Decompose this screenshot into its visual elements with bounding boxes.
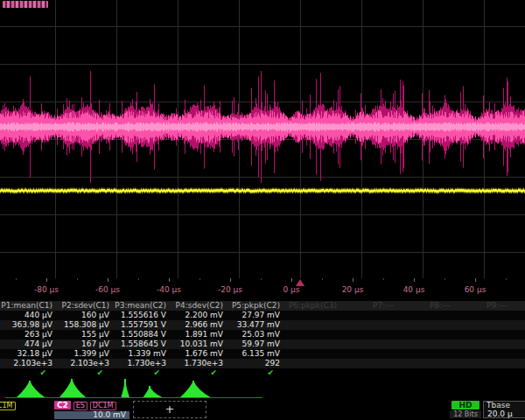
time-axis-label: 40 µs [383,285,444,294]
waveform-grid[interactable] [0,0,525,278]
measure-value-cell: 1.555616 V [114,311,171,320]
measure-min-cell: 263 µV [0,330,57,340]
timebase-value: 20.0 µ [484,410,525,418]
channel-c1-descriptor[interactable]: C1 DC1M 0 mV [0,401,51,418]
measure-max-cell [398,340,455,349]
measure-header[interactable]: P5:pkpk(C2) [228,301,284,311]
measure-num-cell: 1.730e+3 [171,359,228,368]
measure-value-cell: 27.97 mV [228,311,284,320]
channel-c2-descriptor[interactable]: C2 ES DC1M 10.0 mV [54,401,130,418]
add-trace-button[interactable]: + [133,401,206,418]
waveform-canvas[interactable] [0,0,525,278]
time-axis-label: 60 µs [444,285,506,294]
measure-max-cell [455,340,512,349]
measure-min-cell [284,330,341,340]
measure-value-cell [341,311,398,320]
axis-tick [230,278,231,282]
measure-mean-cell: 33.477 mV [228,320,284,330]
c2-coupling-badge: DC1M [90,402,116,410]
measure-max-cell: 10.031 mV [171,340,228,349]
measure-min-cell: 25.03 mV [228,330,284,340]
measurement-table: P1:mean(C1)P2:sdev(C1)P3:mean(C2)P4:sdev… [0,301,525,378]
measure-value-cell [455,311,512,320]
measure-header[interactable]: P8:--- [398,301,455,311]
axis-minor-tick [506,278,507,280]
measure-max-cell: 1.558645 V [114,340,171,349]
measure-mean-cell [341,320,398,330]
measure-header[interactable]: P3:mean(C2) [114,301,171,311]
axis-tick [169,278,170,282]
unreadable-pink-label [3,1,48,8]
measure-header[interactable]: P7:--- [341,301,398,311]
measure-mean-cell: 158.308 µV [57,320,114,330]
axis-tick [108,278,108,282]
time-axis-label: -20 µs [200,285,261,294]
measure-num-cell [455,359,512,368]
measure-num-cell [284,359,341,368]
measure-min-cell [341,330,398,340]
time-axis-label: 0 µs [261,285,322,294]
timebase-label: Tbase [484,402,525,410]
measure-num-cell: 1.730e+3 [114,359,171,368]
measure-value-cell [512,311,525,320]
measure-min-cell: 1.550884 V [114,330,171,340]
axis-minor-tick [444,278,445,280]
c1-coupling-badge: DC1M [0,402,16,410]
axis-tick [414,278,415,282]
hd-bits-label: 12 Bits [450,410,481,418]
measure-sdev-cell [341,349,398,359]
measure-mean-cell: 363.98 µV [0,320,57,330]
measure-mean-cell [512,320,525,330]
measure-num-cell [341,359,398,368]
measure-value-cell [284,311,341,320]
time-axis-label: -40 µs [138,285,200,294]
c2-eres-badge: ES [74,402,88,410]
hd-mode-badge[interactable]: HD [452,401,480,410]
axis-minor-tick [200,278,200,280]
measure-num-cell: 2.103e+3 [57,359,114,368]
c1-scale-value: 0 mV [0,411,51,419]
measure-header[interactable]: P2:sdev(C1) [57,301,114,311]
measure-header[interactable]: P4:sdev(C2) [171,301,228,311]
measure-header[interactable]: P1:mean(C1) [0,301,57,311]
axis-minor-tick [16,278,17,280]
measure-min-cell [398,330,455,340]
measure-max-cell: 167 µV [57,340,114,349]
histicon-strip [0,376,525,400]
measure-num-cell [512,359,525,368]
measure-mean-cell [284,320,341,330]
axis-tick [353,278,354,282]
descriptor-bar: C1 DC1M 0 mV C2 ES DC1M 10.0 mV + HD 12 … [0,400,525,420]
time-axis: -100 µs-80 µs-60 µs-40 µs-20 µs0 µs20 µs… [0,278,525,301]
measure-mean-cell [455,320,512,330]
measure-num-cell [398,359,455,368]
measure-value-cell: 440 µV [0,311,57,320]
measure-min-cell: 155 µV [57,330,114,340]
measure-header[interactable]: P6:pkpk(C3) [284,301,341,311]
measure-mean-cell [398,320,455,330]
measure-sdev-cell [398,349,455,359]
measure-sdev-cell: 6.135 mV [228,349,284,359]
axis-minor-tick [383,278,384,280]
measure-sdev-cell [455,349,512,359]
time-axis-label: 20 µs [322,285,383,294]
measure-sdev-cell: 1.676 mV [171,349,228,359]
axis-minor-tick [77,278,78,280]
axis-minor-tick [322,278,323,280]
c2-chip: C2 [54,401,71,410]
measure-min-cell [455,330,512,340]
measure-sdev-cell: 1.339 mV [114,349,171,359]
measure-sdev-cell: 1.399 µV [57,349,114,359]
measure-num-cell: 292 [228,359,284,368]
axis-tick [291,278,292,282]
measure-header[interactable]: P10:--- [512,301,525,311]
axis-tick [475,278,476,282]
measure-max-cell: 474 µV [0,340,57,349]
measure-sdev-cell: 32.18 µV [0,349,57,359]
measure-header[interactable]: P9:--- [455,301,512,311]
measure-max-cell [512,340,525,349]
axis-minor-tick [261,278,262,280]
timebase-descriptor[interactable]: Tbase 20.0 µ [483,401,525,418]
measure-value-cell [398,311,455,320]
measure-max-cell [284,340,341,349]
